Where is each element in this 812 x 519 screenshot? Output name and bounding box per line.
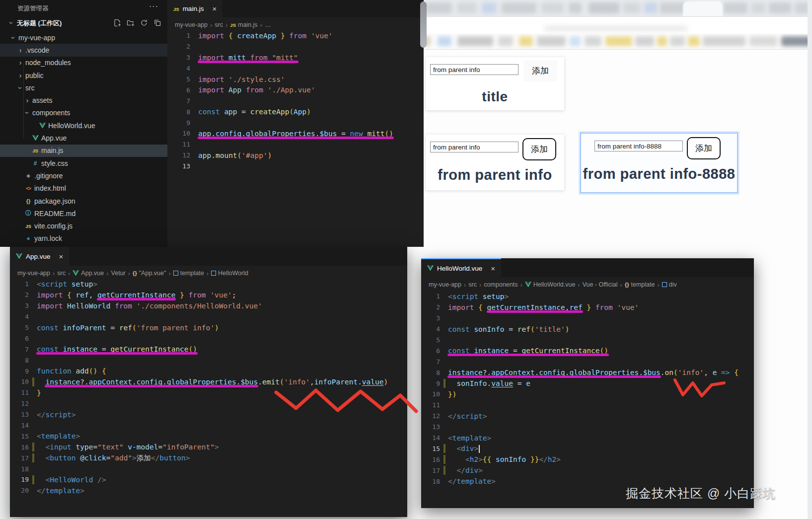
close-icon[interactable]: × <box>212 4 217 13</box>
code-line[interactable]: 2import { getCurrentInstance,ref } from … <box>421 302 754 313</box>
scrollbar-thumb[interactable] <box>420 1 427 48</box>
code-line[interactable]: 2 <box>167 41 424 52</box>
code-area[interactable]: 1import { createApp } from 'vue'23import… <box>167 30 424 172</box>
code-line[interactable]: 17 </div> <box>421 465 754 476</box>
tree-item-public[interactable]: ›public <box>0 69 167 81</box>
tree-item-helloworld-vue[interactable]: ›HelloWorld.vue <box>0 119 167 132</box>
add-button[interactable]: 添加 <box>522 138 556 160</box>
tree-item-readme-md[interactable]: ›ⓘREADME.md <box>0 207 167 220</box>
more-actions-icon[interactable]: ··· <box>149 2 158 11</box>
code-line[interactable]: 10}) <box>421 389 754 400</box>
breadcrumb-item[interactable]: HelloWorld <box>211 270 248 277</box>
info-input[interactable] <box>594 141 683 151</box>
breadcrumb[interactable]: my-vue-app›src›App.vue›Vetur›{}"App.vue"… <box>17 268 407 279</box>
breadcrumb-item[interactable]: src <box>468 281 477 288</box>
code-line[interactable]: 13</script> <box>10 409 407 420</box>
code-line[interactable]: 11 <box>167 139 424 150</box>
code-line[interactable]: 9 <box>167 117 424 128</box>
code-line[interactable]: 4 <box>10 311 407 322</box>
code-line[interactable]: 14 <box>10 420 407 431</box>
code-line[interactable]: 3 <box>421 313 754 324</box>
code-line[interactable]: 15<template> <box>10 431 407 442</box>
breadcrumb[interactable]: my-vue-app›src›JSmain.js›… <box>175 19 424 30</box>
tree-item--vscode[interactable]: ›.vscode <box>0 44 167 56</box>
tree-item-main-js[interactable]: ›JSmain.js <box>0 145 167 157</box>
code-line[interactable]: 6import App from './App.vue' <box>167 84 424 95</box>
code-line[interactable]: 8instance?.appContext.config.globalPrope… <box>421 367 754 378</box>
breadcrumb-item[interactable]: Vue - Official <box>583 281 618 288</box>
code-line[interactable]: 6const instance = getCurrentInstance() <box>421 345 754 356</box>
code-line[interactable]: 14<template> <box>421 433 754 444</box>
breadcrumb-item[interactable]: div <box>662 281 677 288</box>
code-line[interactable]: 4 <box>167 63 424 74</box>
info-input[interactable] <box>430 142 518 152</box>
code-line[interactable]: 8const app = createApp(App) <box>167 106 424 117</box>
tab-mainjs[interactable]: JS main.js × <box>167 0 222 17</box>
code-line[interactable]: 18 <box>10 463 407 474</box>
breadcrumb[interactable]: my-vue-app›src›components›HelloWorld.vue… <box>429 279 754 290</box>
code-line[interactable]: 5import './style.css' <box>167 74 424 85</box>
breadcrumb-item[interactable]: my-vue-app <box>175 21 208 28</box>
code-line[interactable]: 1<script setup> <box>421 291 754 302</box>
add-button[interactable]: 添加 <box>523 60 557 81</box>
code-line[interactable]: 10 instance?.appContext.config.globalPro… <box>10 376 407 387</box>
add-button[interactable]: 添加 <box>687 137 721 159</box>
collapse-all-icon[interactable] <box>153 19 161 27</box>
code-line[interactable]: 20</template> <box>10 485 407 496</box>
code-line[interactable]: 13 <box>167 161 424 172</box>
tab-appvue[interactable]: App.vue × <box>10 247 69 266</box>
code-line[interactable]: 11} <box>10 387 407 398</box>
tree-item-yarn-lock[interactable]: ›●yarn.lock <box>0 232 167 245</box>
breadcrumb-item[interactable]: my-vue-app <box>429 281 461 288</box>
code-line[interactable]: 9 sonInfo.value = e <box>421 378 754 389</box>
code-line[interactable]: 7 <box>421 356 754 367</box>
info-input[interactable] <box>430 64 518 75</box>
code-line[interactable]: 11 <box>421 400 754 411</box>
code-line[interactable]: 12</script> <box>421 411 754 422</box>
code-line[interactable]: 12 <box>10 398 407 409</box>
code-line[interactable]: 1<script setup> <box>10 279 407 290</box>
breadcrumb-item[interactable]: … <box>265 21 271 28</box>
code-line[interactable]: 2import { ref, getCurrentInstance } from… <box>10 290 407 300</box>
workspace-row[interactable]: › 无标题 (工作区) <box>0 17 167 30</box>
code-line[interactable]: 17 <button @click="add">添加</button> <box>10 452 407 463</box>
tree-item--gitignore[interactable]: ›◆.gitignore <box>0 169 167 182</box>
code-line[interactable]: 7 <box>167 95 424 106</box>
new-file-icon[interactable] <box>113 19 121 27</box>
tree-item-package-json[interactable]: ›{}package.json <box>0 195 167 207</box>
new-folder-icon[interactable] <box>127 19 135 27</box>
code-line[interactable]: 7const instance = getCurrentInstance() <box>10 344 407 355</box>
tree-item-vite-config-js[interactable]: ›JSvite.config.js <box>0 220 167 232</box>
breadcrumb-item[interactable]: src <box>57 270 66 277</box>
tree-item-app-vue[interactable]: ›App.vue <box>0 132 167 144</box>
code-line[interactable]: 16 <input type="text" v-model="infoParen… <box>10 442 407 452</box>
code-line[interactable]: 12app.mount('#app') <box>167 150 424 161</box>
code-line[interactable]: 5 <box>421 335 754 346</box>
browser-scrollbar[interactable] <box>808 0 812 519</box>
refresh-icon[interactable] <box>140 19 148 27</box>
breadcrumb-item[interactable]: HelloWorld.vue <box>525 281 576 288</box>
tree-item-style-css[interactable]: ›#style.css <box>0 157 167 169</box>
breadcrumb-item[interactable]: src <box>215 21 223 28</box>
code-line[interactable]: 1import { createApp } from 'vue' <box>167 30 424 41</box>
breadcrumb-item[interactable]: {}"App.vue" <box>133 270 166 277</box>
code-line[interactable]: 8 <box>10 355 407 366</box>
breadcrumb-item[interactable]: JSmain.js <box>230 21 257 28</box>
code-line[interactable]: 13 <box>421 422 754 433</box>
close-icon[interactable]: × <box>59 252 64 261</box>
tree-item-my-vue-app[interactable]: ›my-vue-app <box>0 31 167 44</box>
code-line[interactable]: 3import mitt from "mitt" <box>167 52 424 63</box>
code-area[interactable]: 1<script setup>2import { ref, getCurrent… <box>10 279 407 496</box>
close-icon[interactable]: × <box>491 264 495 273</box>
tree-item-node-modules[interactable]: ›node_modules <box>0 57 167 69</box>
code-area[interactable]: 1<script setup>2import { getCurrentInsta… <box>421 291 754 487</box>
code-line[interactable]: 3import HelloWorld from './components/He… <box>10 300 407 311</box>
code-line[interactable]: 5const infoParent = ref('from parent inf… <box>10 322 407 333</box>
breadcrumb-item[interactable]: my-vue-app <box>17 270 50 277</box>
breadcrumb-item[interactable]: components <box>484 281 517 288</box>
tree-item-index-html[interactable]: ›<>index.html <box>0 182 167 195</box>
breadcrumb-item[interactable]: template <box>173 270 204 277</box>
code-line[interactable]: 9function add() { <box>10 366 407 376</box>
tree-item-assets[interactable]: ›assets <box>0 94 167 106</box>
tree-item-src[interactable]: ›src <box>0 81 167 94</box>
